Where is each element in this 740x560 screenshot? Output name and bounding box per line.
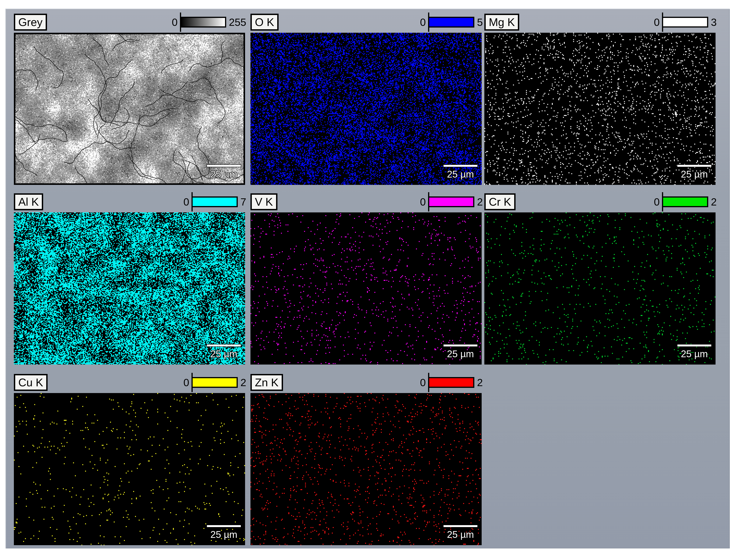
micron-scale-label: 25 µm	[210, 348, 237, 359]
intensity-scale: 0 5	[420, 16, 483, 28]
micron-scale-label: 25 µm	[681, 169, 708, 180]
panel-header: Mg K 0 3	[484, 13, 716, 31]
intensity-colorbar	[191, 377, 238, 388]
element-label-text: O K	[255, 16, 274, 29]
element-label-text: Al K	[18, 196, 39, 208]
micron-scale-line	[444, 165, 477, 167]
micron-scale-bar: 25 µm	[207, 165, 241, 180]
element-label-box: Zn K	[251, 374, 283, 391]
map-image: 25 µm	[14, 393, 245, 545]
intensity-scale: 0 3	[654, 16, 717, 28]
scale-max-value: 5	[477, 16, 483, 28]
micron-scale-label: 25 µm	[447, 529, 474, 540]
scale-max-value: 7	[241, 196, 246, 208]
micron-scale-line	[677, 344, 711, 346]
micron-scale-bar: 25 µm	[444, 525, 477, 540]
map-image: 25 µm	[251, 33, 482, 185]
map-panel-cr-k[interactable]: Cr K 0 2 25 µm	[484, 193, 716, 364]
scale-max-value: 255	[229, 16, 246, 28]
micron-scale-line	[444, 525, 477, 527]
intensity-colorbar	[662, 197, 708, 207]
map-panel-al-k[interactable]: Al K 0 7 25 µm	[14, 193, 245, 364]
colorbar-zero-tick	[191, 192, 193, 211]
eds-map-report-page: Grey 0 255 25 µm O K 0	[0, 0, 740, 560]
micron-scale-bar: 25 µm	[677, 165, 711, 180]
intensity-scale: 0 2	[183, 376, 246, 388]
element-label-text: V K	[255, 196, 273, 208]
map-canvas	[251, 212, 482, 364]
intensity-scale: 0 7	[183, 196, 246, 208]
scale-max-value: 2	[241, 376, 246, 388]
element-label-box: Cu K	[14, 374, 48, 391]
map-image: 25 µm	[484, 33, 716, 185]
intensity-scale: 0 255	[172, 16, 246, 28]
element-label-box: Grey	[14, 14, 47, 31]
micron-scale-bar: 25 µm	[207, 344, 241, 359]
micron-scale-line	[677, 165, 711, 167]
scale-min-value: 0	[183, 196, 189, 208]
panel-header: V K 0 2	[251, 193, 482, 211]
scale-min-value: 0	[420, 376, 426, 388]
element-maps-window: Grey 0 255 25 µm O K 0	[5, 9, 730, 548]
intensity-colorbar	[191, 197, 238, 207]
micron-scale-line	[444, 344, 477, 346]
map-panel-grey[interactable]: Grey 0 255 25 µm	[14, 13, 245, 185]
map-panel-v-k[interactable]: V K 0 2 25 µm	[251, 193, 482, 364]
intensity-colorbar	[428, 17, 474, 27]
micron-scale-line	[207, 344, 241, 346]
micron-scale-bar: 25 µm	[444, 344, 477, 359]
map-image: 25 µm	[251, 393, 482, 545]
element-label-box: O K	[251, 14, 279, 31]
scale-min-value: 0	[654, 16, 660, 28]
micron-scale-line	[207, 525, 241, 527]
element-label-box: Al K	[14, 193, 43, 211]
panel-header: Cr K 0 2	[484, 193, 716, 211]
scale-max-value: 3	[711, 16, 717, 28]
element-label-box: Cr K	[484, 193, 516, 211]
map-canvas	[14, 33, 245, 185]
colorbar-zero-tick	[428, 192, 429, 211]
scale-min-value: 0	[654, 196, 660, 208]
scale-max-value: 2	[477, 196, 483, 208]
scale-min-value: 0	[183, 376, 189, 388]
micron-scale-bar: 25 µm	[207, 525, 241, 540]
panel-header: O K 0 5	[251, 13, 482, 31]
map-panel-zn-k[interactable]: Zn K 0 2 25 µm	[251, 374, 482, 545]
micron-scale-label: 25 µm	[447, 348, 474, 359]
panel-header: Zn K 0 2	[251, 374, 482, 391]
scale-min-value: 0	[420, 16, 426, 28]
scale-max-value: 2	[711, 196, 717, 208]
map-image: 25 µm	[484, 212, 716, 364]
intensity-scale: 0 2	[420, 376, 483, 388]
map-canvas	[14, 393, 245, 545]
micron-scale-label: 25 µm	[210, 529, 237, 540]
map-panel-mg-k[interactable]: Mg K 0 3 25 µm	[484, 13, 716, 185]
map-panel-o-k[interactable]: O K 0 5 25 µm	[251, 13, 482, 185]
micron-scale-bar: 25 µm	[444, 165, 477, 180]
intensity-colorbar	[428, 197, 474, 207]
map-canvas	[484, 33, 716, 185]
element-label-text: Mg K	[489, 16, 515, 29]
intensity-scale: 0 2	[654, 196, 717, 208]
element-label-text: Cu K	[18, 376, 43, 389]
colorbar-zero-tick	[662, 12, 663, 32]
element-label-box: V K	[251, 193, 277, 211]
intensity-colorbar	[180, 17, 226, 27]
micron-scale-label: 25 µm	[447, 169, 474, 180]
colorbar-zero-tick	[191, 373, 193, 392]
map-image: 25 µm	[14, 212, 245, 364]
colorbar-zero-tick	[180, 12, 181, 32]
intensity-colorbar	[662, 17, 708, 27]
element-label-text: Grey	[18, 16, 42, 29]
map-panel-cu-k[interactable]: Cu K 0 2 25 µm	[14, 374, 245, 545]
micron-scale-label: 25 µm	[210, 169, 237, 180]
map-image: 25 µm	[14, 33, 245, 185]
scale-max-value: 2	[477, 376, 483, 388]
map-canvas	[251, 33, 482, 185]
colorbar-zero-tick	[428, 373, 429, 392]
panel-header: Al K 0 7	[14, 193, 245, 211]
micron-scale-bar: 25 µm	[677, 344, 711, 359]
map-canvas	[14, 212, 245, 364]
intensity-scale: 0 2	[420, 196, 483, 208]
scale-min-value: 0	[420, 196, 426, 208]
